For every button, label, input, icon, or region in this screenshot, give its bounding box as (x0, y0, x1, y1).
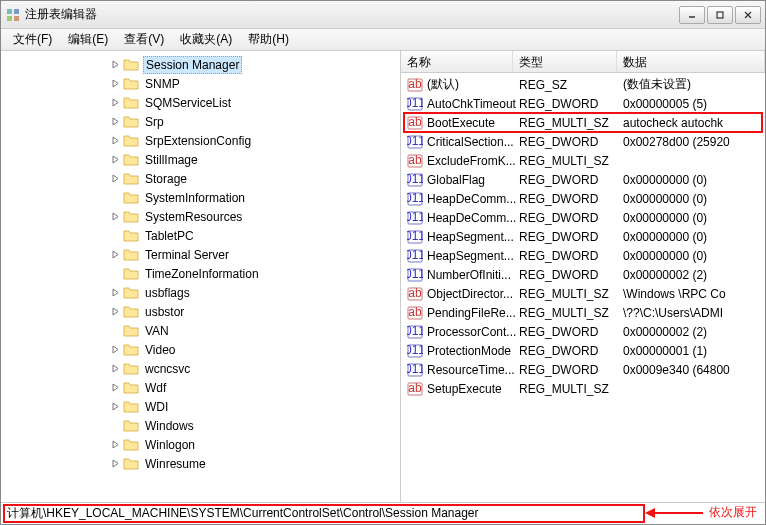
expander-icon[interactable] (109, 401, 121, 413)
value-row[interactable]: 011ProcessorCont...REG_DWORD0x00000002 (… (401, 322, 765, 341)
value-type: REG_DWORD (517, 325, 621, 339)
folder-icon (123, 267, 139, 281)
value-row[interactable]: abSetupExecuteREG_MULTI_SZ (401, 379, 765, 398)
value-row[interactable]: 011HeapDeComm...REG_DWORD0x00000000 (0) (401, 208, 765, 227)
tree-item-label: usbstor (143, 304, 186, 320)
tree-item[interactable]: Video (1, 340, 400, 359)
tree-item[interactable]: WDI (1, 397, 400, 416)
titlebar[interactable]: 注册表编辑器 (1, 1, 765, 29)
list-pane[interactable]: 名称 类型 数据 ab(默认)REG_SZ(数值未设置)011AutoChkTi… (401, 51, 765, 502)
tree-item[interactable]: SrpExtensionConfig (1, 131, 400, 150)
tree-item[interactable]: Terminal Server (1, 245, 400, 264)
value-row[interactable]: 011NumberOfIniti...REG_DWORD0x00000002 (… (401, 265, 765, 284)
expander-icon[interactable] (109, 173, 121, 185)
tree-item[interactable]: Storage (1, 169, 400, 188)
expander-icon[interactable] (109, 439, 121, 451)
tree-item[interactable]: Wdf (1, 378, 400, 397)
value-row[interactable]: abPendingFileRe...REG_MULTI_SZ\??\C:\Use… (401, 303, 765, 322)
value-row[interactable]: abObjectDirector...REG_MULTI_SZ\Windows … (401, 284, 765, 303)
value-name: (默认) (427, 76, 459, 93)
expander-icon[interactable] (109, 363, 121, 375)
tree-item[interactable]: SQMServiceList (1, 93, 400, 112)
tree-item[interactable]: Windows (1, 416, 400, 435)
value-row[interactable]: abExcludeFromK...REG_MULTI_SZ (401, 151, 765, 170)
column-header-data[interactable]: 数据 (617, 51, 765, 72)
tree-pane[interactable]: Session ManagerSNMPSQMServiceListSrpSrpE… (1, 51, 401, 502)
menu-file[interactable]: 文件(F) (5, 29, 60, 50)
tree-item[interactable]: StillImage (1, 150, 400, 169)
folder-icon (123, 419, 139, 433)
expander-icon[interactable] (109, 458, 121, 470)
tree-item[interactable]: SystemInformation (1, 188, 400, 207)
menu-view[interactable]: 查看(V) (116, 29, 172, 50)
value-type: REG_DWORD (517, 135, 621, 149)
value-name: ProtectionMode (427, 344, 511, 358)
tree-item[interactable]: usbstor (1, 302, 400, 321)
tree-item[interactable]: SystemResources (1, 207, 400, 226)
folder-icon (123, 172, 139, 186)
value-data: 0x00278d00 (25920 (621, 135, 765, 149)
expander-icon[interactable] (109, 97, 121, 109)
folder-icon (123, 248, 139, 262)
menu-help[interactable]: 帮助(H) (240, 29, 297, 50)
menu-favorites[interactable]: 收藏夹(A) (172, 29, 240, 50)
value-row[interactable]: 011HeapDeComm...REG_DWORD0x00000000 (0) (401, 189, 765, 208)
expander-icon[interactable] (109, 116, 121, 128)
expander-icon[interactable] (109, 78, 121, 90)
column-header-type[interactable]: 类型 (513, 51, 617, 72)
tree-item[interactable]: Srp (1, 112, 400, 131)
expander-icon[interactable] (109, 211, 121, 223)
svg-text:011: 011 (407, 343, 423, 357)
folder-icon (123, 305, 139, 319)
tree-item[interactable]: Winlogon (1, 435, 400, 454)
value-row[interactable]: 011HeapSegment...REG_DWORD0x00000000 (0) (401, 246, 765, 265)
list-header: 名称 类型 数据 (401, 51, 765, 73)
value-name-cell: 011ProcessorCont... (405, 324, 517, 340)
tree-item[interactable]: TimeZoneInformation (1, 264, 400, 283)
value-name: ObjectDirector... (427, 287, 513, 301)
expander-icon[interactable] (109, 249, 121, 261)
value-type: REG_DWORD (517, 363, 621, 377)
minimize-button[interactable] (679, 6, 705, 24)
tree-item[interactable]: VAN (1, 321, 400, 340)
menu-edit[interactable]: 编辑(E) (60, 29, 116, 50)
tree-item[interactable]: Session Manager (1, 55, 400, 74)
tree-item[interactable]: SNMP (1, 74, 400, 93)
value-row[interactable]: 011CriticalSection...REG_DWORD0x00278d00… (401, 132, 765, 151)
tree-item[interactable]: usbflags (1, 283, 400, 302)
expander-icon[interactable] (109, 344, 121, 356)
value-data: 0x00000002 (2) (621, 325, 765, 339)
menubar: 文件(F) 编辑(E) 查看(V) 收藏夹(A) 帮助(H) (1, 29, 765, 51)
value-row[interactable]: 011ResourceTime...REG_DWORD0x0009e340 (6… (401, 360, 765, 379)
expander-icon[interactable] (109, 154, 121, 166)
maximize-button[interactable] (707, 6, 733, 24)
expander-icon[interactable] (109, 135, 121, 147)
tree-item[interactable]: wcncsvc (1, 359, 400, 378)
string-value-icon: ab (407, 115, 423, 131)
expander-icon[interactable] (109, 287, 121, 299)
value-name: HeapSegment... (427, 249, 514, 263)
expander-icon[interactable] (109, 59, 121, 71)
close-button[interactable] (735, 6, 761, 24)
value-row[interactable]: 011ProtectionModeREG_DWORD0x00000001 (1) (401, 341, 765, 360)
value-name-cell: 011GlobalFlag (405, 172, 517, 188)
svg-text:011: 011 (407, 191, 423, 205)
tree-item[interactable]: Winresume (1, 454, 400, 473)
tree-item[interactable]: TabletPC (1, 226, 400, 245)
content-area: Session ManagerSNMPSQMServiceListSrpSrpE… (1, 51, 765, 502)
value-type: REG_DWORD (517, 344, 621, 358)
value-row[interactable]: 011AutoChkTimeoutREG_DWORD0x00000005 (5) (401, 94, 765, 113)
value-name-cell: 011AutoChkTimeout (405, 96, 517, 112)
column-header-name[interactable]: 名称 (401, 51, 513, 72)
value-row[interactable]: ab(默认)REG_SZ(数值未设置) (401, 75, 765, 94)
registry-editor-window: 注册表编辑器 文件(F) 编辑(E) 查看(V) 收藏夹(A) 帮助(H) Se… (0, 0, 766, 525)
expander-icon[interactable] (109, 382, 121, 394)
value-row[interactable]: 011GlobalFlagREG_DWORD0x00000000 (0) (401, 170, 765, 189)
expander-icon[interactable] (109, 306, 121, 318)
value-row[interactable]: 011HeapSegment...REG_DWORD0x00000000 (0) (401, 227, 765, 246)
svg-text:ab: ab (408, 305, 422, 319)
list-body: ab(默认)REG_SZ(数值未设置)011AutoChkTimeoutREG_… (401, 73, 765, 400)
value-name: ResourceTime... (427, 363, 515, 377)
value-row[interactable]: abBootExecuteREG_MULTI_SZautocheck autoc… (401, 113, 765, 132)
value-data: 0x00000000 (0) (621, 249, 765, 263)
